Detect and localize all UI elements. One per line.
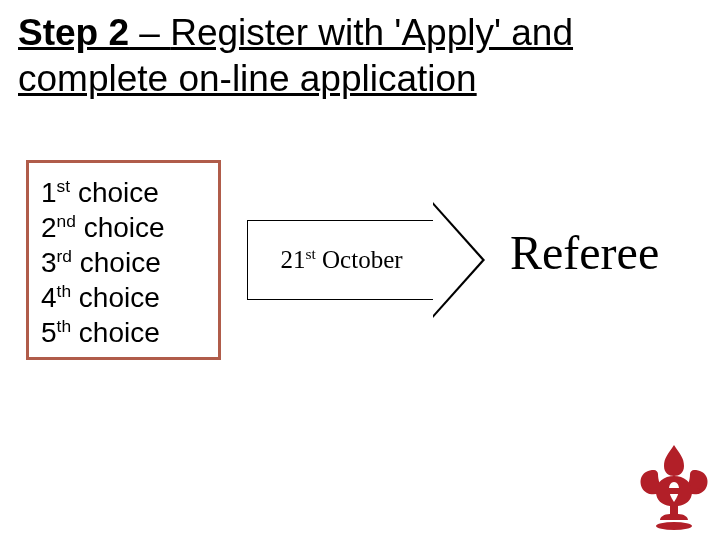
choice-row: 1st choice (41, 175, 206, 210)
arrow-head-fill (433, 205, 482, 315)
ord-num: 2 (41, 212, 57, 243)
ord-suf: st (57, 176, 71, 196)
choice-row: 5th choice (41, 315, 206, 350)
date-month: October (316, 247, 403, 274)
arrow-date: 21st October (280, 245, 402, 274)
choice-word: choice (84, 212, 165, 243)
ord-num: 5 (41, 317, 57, 348)
date-suf: st (305, 245, 315, 262)
svg-point-0 (656, 522, 692, 530)
choice-row: 4th choice (41, 280, 206, 315)
choices-box: 1st choice 2nd choice 3rd choice 4th cho… (26, 160, 221, 360)
choice-word: choice (78, 177, 159, 208)
ord-suf: rd (57, 246, 72, 266)
svg-rect-1 (648, 488, 700, 494)
ordinal: 1st (41, 175, 70, 210)
step-label: Step 2 (18, 12, 129, 53)
ordinal: 5th (41, 315, 71, 350)
arrow-body: 21st October (247, 220, 435, 300)
ord-num: 4 (41, 282, 57, 313)
logo-icon (634, 442, 714, 532)
ord-suf: th (57, 281, 71, 301)
ord-suf: nd (57, 211, 76, 231)
title-dash: – (129, 12, 170, 53)
ord-num: 3 (41, 247, 57, 278)
ord-suf: th (57, 316, 71, 336)
choice-word: choice (80, 247, 161, 278)
ordinal: 3rd (41, 245, 72, 280)
choice-word: choice (79, 282, 160, 313)
choice-row: 3rd choice (41, 245, 206, 280)
date-num: 21 (280, 247, 305, 274)
choice-word: choice (79, 317, 160, 348)
ord-num: 1 (41, 177, 57, 208)
referee-label: Referee (510, 225, 659, 280)
ordinal: 2nd (41, 210, 76, 245)
choice-row: 2nd choice (41, 210, 206, 245)
ordinal: 4th (41, 280, 71, 315)
page-title: Step 2 – Register with 'Apply' and compl… (18, 10, 658, 103)
arrow: 21st October (247, 220, 485, 300)
